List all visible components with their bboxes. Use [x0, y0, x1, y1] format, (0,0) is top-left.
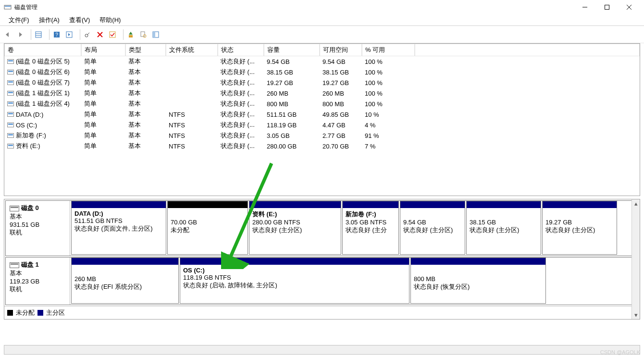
cell-volume: (磁盘 0 磁盘分区 5)	[4, 57, 81, 66]
partition-title: 资料 (E:)	[252, 210, 338, 219]
table-view-button[interactable]	[33, 29, 44, 40]
cell-layout: 简单	[81, 89, 125, 98]
right-arrow-button[interactable]	[63, 29, 75, 40]
cell-free: 2.77 GB	[320, 132, 362, 139]
partition[interactable]: 新加卷 (F:)3.05 GB NTFS状态良好 (主分	[342, 201, 399, 255]
table-body: (磁盘 0 磁盘分区 5)简单基本状态良好 (...9.54 GB9.54 GB…	[4, 56, 640, 196]
partition-color-bar	[180, 258, 409, 265]
watermark: CSDN @AGOLK	[600, 349, 640, 355]
partition-status: 状态良好 (恢复分区)	[414, 283, 543, 291]
table-row[interactable]: 资料 (E:)简单基本NTFS状态良好 (...280.00 GB20.70 G…	[4, 141, 640, 151]
table-row[interactable]: (磁盘 0 磁盘分区 6)简单基本状态良好 (...38.15 GB38.15 …	[4, 67, 640, 77]
refresh-button[interactable]	[82, 29, 93, 40]
partition[interactable]: 38.15 GB状态良好 (主分区)	[466, 201, 541, 255]
volume-icon	[7, 101, 14, 106]
cell-volume: 资料 (E:)	[4, 142, 81, 150]
col-volume[interactable]: 卷	[4, 44, 81, 56]
cell-capacity: 800 MB	[264, 100, 320, 108]
table-row[interactable]: (磁盘 1 磁盘分区 4)简单基本状态良好 (...800 MB800 MB10…	[4, 98, 640, 109]
partition-title: DATA (D:)	[74, 210, 163, 217]
table-row[interactable]: (磁盘 0 磁盘分区 7)简单基本状态良好 (...19.27 GB19.27 …	[4, 77, 640, 88]
partition-status: 状态良好 (主分区)	[545, 226, 614, 234]
menu-view[interactable]: 查看(V)	[64, 15, 95, 25]
up-button[interactable]	[125, 29, 136, 40]
cell-capacity: 280.00 GB	[264, 143, 320, 150]
partition-size: 38.15 GB	[470, 219, 538, 226]
volume-icon	[7, 123, 14, 127]
partition-color-bar	[72, 258, 178, 265]
svg-rect-1	[5, 6, 11, 7]
menu-help[interactable]: 帮助(H)	[95, 15, 125, 25]
partition[interactable]: DATA (D:)511.51 GB NTFS状态良好 (页面文件, 主分区)	[71, 201, 166, 255]
disk-1-label[interactable]: 磁盘 1 基本 119.23 GB 联机	[6, 258, 70, 305]
legend: 未分配 主分区	[4, 306, 640, 319]
cell-capacity: 511.51 GB	[264, 111, 320, 118]
cell-percent: 100 %	[362, 69, 415, 76]
check-button[interactable]	[107, 29, 118, 40]
partition-status: 状态良好 (页面文件, 主分区)	[74, 224, 163, 233]
cell-percent: 7 %	[362, 143, 415, 150]
partition[interactable]: 70.00 GB未分配	[167, 201, 248, 255]
disk-row-1: 磁盘 1 基本 119.23 GB 联机 260 MB状态良好 (EFI 系统分…	[5, 257, 639, 305]
partition-color-bar	[249, 201, 341, 208]
cell-status: 状态良好 (...	[218, 89, 264, 98]
cell-status: 状态良好 (...	[218, 68, 264, 76]
disk-0-label[interactable]: 磁盘 0 基本 931.51 GB 联机	[6, 201, 70, 256]
disk-0-title: 磁盘 0	[21, 204, 39, 211]
table-header: 卷 布局 类型 文件系统 状态 容量 可用空间 % 可用	[4, 44, 640, 56]
volume-icon	[7, 144, 14, 148]
cell-status: 状态良好 (...	[218, 78, 264, 87]
partition[interactable]: 9.54 GB状态良好 (主分区)	[400, 201, 465, 255]
table-row[interactable]: 新加卷 (F:)简单基本NTFS状态良好 (...3.05 GB2.77 GB9…	[4, 130, 640, 141]
cell-percent: 4 %	[362, 122, 415, 129]
delete-button[interactable]	[94, 29, 106, 40]
minimize-button[interactable]	[574, 0, 596, 14]
table-row[interactable]: (磁盘 0 磁盘分区 5)简单基本状态良好 (...9.54 GB9.54 GB…	[4, 56, 640, 67]
col-filesystem[interactable]: 文件系统	[166, 44, 218, 56]
cell-volume: 新加卷 (F:)	[4, 131, 81, 140]
vertical-scrollbar[interactable]: ▴ ▾	[632, 199, 640, 319]
partition-size: 70.00 GB	[171, 219, 245, 226]
forward-button[interactable]	[14, 29, 26, 40]
volume-icon	[7, 70, 14, 74]
cell-type: 基本	[125, 68, 166, 76]
partition-status: 未分配	[171, 226, 245, 234]
scroll-up-button[interactable]: ▴	[632, 199, 640, 208]
layout-button[interactable]	[150, 29, 161, 40]
volume-icon	[7, 80, 14, 85]
col-type[interactable]: 类型	[125, 44, 166, 56]
cell-type: 基本	[125, 110, 166, 119]
cell-volume: DATA (D:)	[4, 111, 81, 118]
menu-action[interactable]: 操作(A)	[34, 15, 64, 25]
back-button[interactable]	[2, 29, 13, 40]
col-capacity[interactable]: 容量	[264, 44, 320, 56]
table-row[interactable]: OS (C:)简单基本NTFS状态良好 (...118.19 GB4.47 GB…	[4, 120, 640, 130]
properties-button[interactable]	[137, 29, 149, 40]
table-row[interactable]: DATA (D:)简单基本NTFS状态良好 (...511.51 GB49.85…	[4, 109, 640, 120]
cell-fs: NTFS	[166, 132, 218, 139]
partition-color-bar	[543, 201, 617, 208]
cell-capacity: 3.05 GB	[264, 132, 320, 139]
col-percent[interactable]: % 可用	[362, 44, 415, 56]
maximize-button[interactable]	[596, 0, 618, 14]
partition[interactable]: 800 MB状态良好 (恢复分区)	[410, 258, 546, 304]
col-status[interactable]: 状态	[218, 44, 264, 56]
toolbar-separator	[120, 29, 124, 40]
partition[interactable]: 资料 (E:)280.00 GB NTFS状态良好 (主分区)	[249, 201, 341, 255]
table-row[interactable]: (磁盘 1 磁盘分区 1)简单基本状态良好 (...260 MB260 MB10…	[4, 88, 640, 98]
col-free[interactable]: 可用空间	[320, 44, 362, 56]
col-layout[interactable]: 布局	[81, 44, 125, 56]
menu-file[interactable]: 文件(F)	[4, 15, 34, 25]
partition-status: 状态良好 (主分	[346, 226, 396, 234]
close-button[interactable]	[618, 0, 640, 14]
cell-free: 260 MB	[320, 90, 362, 97]
partition[interactable]: OS (C:)118.19 GB NTFS状态良好 (启动, 故障转储, 主分区…	[180, 258, 409, 304]
partition[interactable]: 19.27 GB状态良好 (主分区)	[542, 201, 617, 255]
cell-volume: (磁盘 1 磁盘分区 4)	[4, 99, 81, 108]
disk-graphical-view: 磁盘 0 基本 931.51 GB 联机 DATA (D:)511.51 GB …	[4, 199, 640, 320]
cell-percent: 100 %	[362, 100, 415, 108]
svg-rect-21	[153, 32, 155, 37]
help-button[interactable]: ?	[51, 29, 62, 40]
partition[interactable]: 260 MB状态良好 (EFI 系统分区)	[71, 258, 179, 304]
scroll-down-button[interactable]: ▾	[632, 311, 640, 319]
